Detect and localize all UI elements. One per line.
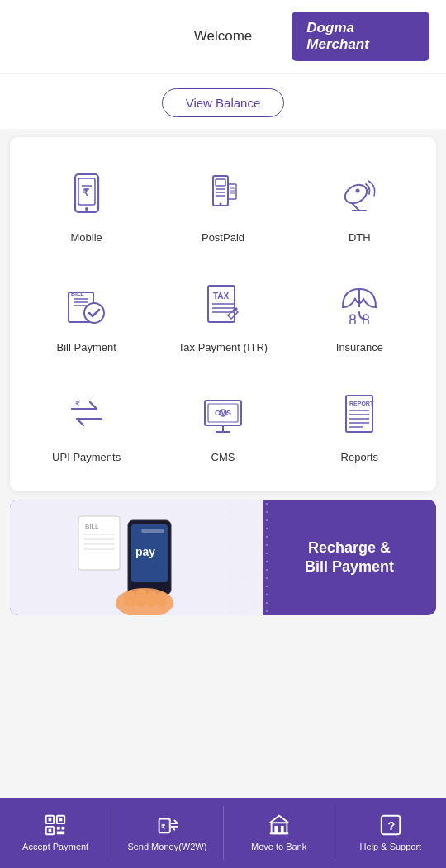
nav-help-label: Help & Support xyxy=(360,842,422,852)
svg-rect-6 xyxy=(216,179,225,186)
services-card: ₹ Mobile xyxy=(10,137,436,491)
dth-icon xyxy=(330,165,388,223)
bank-icon xyxy=(267,813,292,837)
tax-icon: TAX xyxy=(194,275,252,333)
svg-point-10 xyxy=(219,203,221,206)
service-tax-payment[interactable]: TAX Tax Payment (ITR) xyxy=(154,263,291,365)
nav-send-money[interactable]: ₹ Send Money(W2W) xyxy=(112,798,222,868)
svg-point-29 xyxy=(363,315,368,320)
bill-icon: BILL xyxy=(58,275,116,333)
svg-text:pay: pay xyxy=(135,545,155,558)
service-bill-payment[interactable]: BILL Bill Payment xyxy=(18,263,154,365)
view-balance-button[interactable]: View Balance xyxy=(162,88,285,117)
service-reports[interactable]: REPORT Reports xyxy=(292,373,428,475)
reports-label: Reports xyxy=(341,451,379,463)
svg-text:₹: ₹ xyxy=(162,823,167,831)
nav-move-bank[interactable]: Move to Bank xyxy=(224,798,334,868)
svg-text:₹: ₹ xyxy=(75,400,80,408)
svg-rect-68 xyxy=(271,823,287,834)
svg-rect-11 xyxy=(228,184,236,199)
postpaid-label: PostPaid xyxy=(202,231,244,244)
svg-rect-60 xyxy=(59,818,63,822)
postpaid-icon xyxy=(194,165,252,223)
qr-icon xyxy=(43,813,68,837)
insurance-label: Insurance xyxy=(336,341,383,353)
svg-text:TAX: TAX xyxy=(213,292,230,301)
brand-name: Dogma Merchant xyxy=(292,12,429,61)
banner-text: Recharge & Bill Payment xyxy=(305,538,394,577)
service-dth[interactable]: DTH xyxy=(292,154,428,255)
service-insurance[interactable]: Insurance xyxy=(292,263,428,365)
balance-row: View Balance xyxy=(0,74,446,129)
bill-label: Bill Payment xyxy=(57,341,116,353)
svg-text:?: ? xyxy=(387,818,395,832)
svg-rect-55 xyxy=(147,591,157,607)
banner-text-area: Recharge & Bill Payment xyxy=(263,500,436,615)
svg-rect-65 xyxy=(57,832,64,835)
svg-rect-53 xyxy=(124,591,136,607)
reports-icon: REPORT xyxy=(330,385,388,443)
banner-dots xyxy=(221,500,271,615)
header-icons xyxy=(418,96,429,111)
service-mobile[interactable]: ₹ Mobile xyxy=(18,154,154,255)
svg-rect-54 xyxy=(136,589,147,607)
svg-point-28 xyxy=(350,315,355,320)
svg-rect-64 xyxy=(62,827,65,830)
svg-rect-70 xyxy=(281,826,284,833)
service-postpaid[interactable]: PostPaid xyxy=(154,154,291,255)
svg-rect-69 xyxy=(274,826,278,833)
nav-bank-label: Move to Bank xyxy=(251,842,306,852)
help-icon: ? xyxy=(378,813,403,837)
dth-label: DTH xyxy=(349,231,371,244)
header: Welcome Dogma Merchant xyxy=(0,0,446,74)
svg-text:BILL: BILL xyxy=(85,523,99,530)
nav-help-support[interactable]: ? Help & Support xyxy=(335,798,446,868)
svg-text:BILL: BILL xyxy=(71,291,84,296)
svg-text:REPORT: REPORT xyxy=(349,401,374,406)
mobile-icon: ₹ xyxy=(58,165,116,223)
upi-icon: ₹ xyxy=(58,385,116,443)
welcome-text: Welcome xyxy=(154,28,292,45)
nav-accept-label: Accept Payment xyxy=(22,842,88,852)
nav-accept-payment[interactable]: Accept Payment xyxy=(0,798,111,868)
bottom-navigation: Accept Payment ₹ Send Money(W2W) Move to… xyxy=(0,798,446,868)
insurance-icon xyxy=(330,275,388,333)
svg-rect-58 xyxy=(49,818,52,822)
mobile-label: Mobile xyxy=(71,231,102,244)
service-cms[interactable]: CMS CMS xyxy=(154,373,291,475)
tax-label: Tax Payment (ITR) xyxy=(178,341,268,353)
cms-icon: CMS xyxy=(194,385,252,443)
upi-label: UPI Payments xyxy=(52,451,121,463)
services-grid: ₹ Mobile xyxy=(18,154,428,475)
svg-rect-62 xyxy=(49,829,52,832)
svg-rect-63 xyxy=(57,827,60,830)
promo-banner: BILL pay Recharge & Bill Payment xyxy=(10,500,436,615)
cms-label: CMS xyxy=(211,451,235,463)
svg-point-22 xyxy=(84,303,104,323)
svg-point-3 xyxy=(85,207,88,211)
svg-point-16 xyxy=(356,189,360,193)
service-upi[interactable]: ₹ UPI Payments xyxy=(18,373,154,475)
svg-rect-56 xyxy=(157,592,166,607)
send-money-icon: ₹ xyxy=(154,813,179,837)
nav-send-label: Send Money(W2W) xyxy=(127,842,206,852)
